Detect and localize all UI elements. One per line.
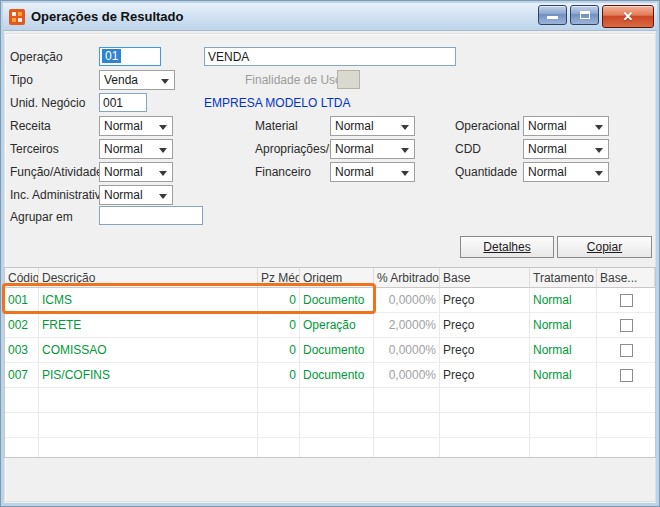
operacao-label: Operação	[10, 49, 63, 65]
column-header-pz-medio[interactable]: Pz Médio	[258, 268, 300, 287]
funcao-atividade-label: Função/Atividade	[10, 164, 103, 180]
material-value: Normal	[335, 119, 374, 133]
cell-empty	[530, 413, 597, 437]
cell-empty	[374, 438, 440, 458]
column-header-tratamento[interactable]: Tratamento	[530, 268, 597, 287]
cell-base-checkbox	[597, 288, 655, 312]
cell-base: Preço	[440, 313, 530, 337]
material-select[interactable]: Normal	[330, 116, 415, 136]
chevron-down-icon	[401, 148, 409, 153]
dialog-window: Operações de Resultado ✕ Operação 01 Tip…	[0, 0, 660, 507]
receita-select[interactable]: Normal	[99, 116, 173, 136]
chevron-down-icon	[161, 79, 169, 84]
window-title: Operações de Resultado	[31, 9, 183, 24]
column-header-base[interactable]: Base	[440, 268, 530, 287]
cell-origem: Documento	[300, 363, 374, 387]
cell-origem: Documento	[300, 338, 374, 362]
cell-codigo: 003	[5, 338, 39, 362]
financeiro-select[interactable]: Normal	[330, 162, 415, 182]
quantidade-select[interactable]: Normal	[523, 162, 609, 182]
caption-buttons: ✕	[538, 5, 654, 28]
cell-arbitrado: 0,0000%	[374, 338, 440, 362]
table-row[interactable]: 002FRETE0Operação2,0000%PreçoNormal	[5, 313, 655, 338]
cell-base-checkbox	[597, 313, 655, 337]
cell-tratamento: Normal	[530, 363, 597, 387]
cell-empty	[5, 413, 39, 437]
cell-descricao: ICMS	[39, 288, 258, 312]
terceiros-value: Normal	[104, 142, 143, 156]
minimize-button[interactable]	[538, 5, 567, 25]
cell-base-checkbox	[597, 363, 655, 387]
cell-codigo: 002	[5, 313, 39, 337]
cell-empty	[597, 438, 655, 458]
maximize-button[interactable]	[570, 5, 599, 25]
cell-empty	[258, 388, 300, 412]
chevron-down-icon	[159, 148, 167, 153]
base-checkbox[interactable]	[620, 344, 633, 357]
app-icon	[9, 9, 25, 25]
close-button[interactable]: ✕	[602, 5, 654, 28]
agrupar-em-input[interactable]	[99, 206, 203, 225]
agrupar-em-label: Agrupar em	[10, 209, 73, 225]
cell-origem: Documento	[300, 288, 374, 312]
cell-codigo: 007	[5, 363, 39, 387]
operacional-select[interactable]: Normal	[523, 116, 609, 136]
grid-header-row: Código Descrição Pz Médio Origem % Arbit…	[5, 268, 655, 288]
cell-tratamento: Normal	[530, 313, 597, 337]
cell-descricao: COMISSAO	[39, 338, 258, 362]
cell-empty	[300, 438, 374, 458]
operacao-name-input[interactable]	[204, 47, 456, 66]
table-row[interactable]: 007PIS/COFINS0Documento0,0000%PreçoNorma…	[5, 363, 655, 388]
funcao-atividade-select[interactable]: Normal	[99, 162, 173, 182]
empresa-label: EMPRESA MODELO LTDA	[204, 95, 350, 111]
cell-empty	[39, 438, 258, 458]
operacao-code-input[interactable]: 01	[99, 47, 161, 66]
column-header-codigo[interactable]: Código	[5, 268, 39, 287]
column-header-origem[interactable]: Origem	[300, 268, 374, 287]
copiar-button[interactable]: Copiar	[557, 236, 652, 258]
maximize-icon	[580, 11, 590, 19]
cell-empty	[374, 413, 440, 437]
cdd-select[interactable]: Normal	[523, 139, 609, 159]
detalhes-button[interactable]: Detalhes	[460, 236, 554, 258]
cell-empty	[374, 388, 440, 412]
title-bar[interactable]: Operações de Resultado ✕	[3, 3, 657, 31]
base-checkbox[interactable]	[620, 369, 633, 382]
chevron-down-icon	[595, 125, 603, 130]
base-checkbox[interactable]	[620, 319, 633, 332]
base-checkbox[interactable]	[620, 294, 633, 307]
tipo-select[interactable]: Venda	[99, 70, 175, 90]
column-header-base-check[interactable]: Base...	[597, 268, 655, 287]
cell-arbitrado: 0,0000%	[374, 288, 440, 312]
cell-empty	[300, 388, 374, 412]
table-row[interactable]: 003COMISSAO0Documento0,0000%PreçoNormal	[5, 338, 655, 363]
chevron-down-icon	[159, 171, 167, 176]
cell-base: Preço	[440, 338, 530, 362]
cell-empty	[597, 388, 655, 412]
cell-empty	[258, 413, 300, 437]
minimize-icon	[547, 16, 558, 19]
cell-empty	[39, 388, 258, 412]
inc-administrativa-select[interactable]: Normal	[99, 185, 173, 205]
cell-empty	[300, 413, 374, 437]
column-header-descricao[interactable]: Descrição	[39, 268, 258, 287]
cell-descricao: PIS/COFINS	[39, 363, 258, 387]
cell-arbitrado: 2,0000%	[374, 313, 440, 337]
cell-pz_medio: 0	[258, 313, 300, 337]
tipo-value: Venda	[104, 73, 138, 87]
table-row-empty	[5, 438, 655, 458]
apropriacoes-select[interactable]: Normal	[330, 139, 415, 159]
cell-pz_medio: 0	[258, 288, 300, 312]
financeiro-label: Financeiro	[255, 164, 311, 180]
operacional-value: Normal	[528, 119, 567, 133]
cdd-value: Normal	[528, 142, 567, 156]
terceiros-select[interactable]: Normal	[99, 139, 173, 159]
cell-base-checkbox	[597, 338, 655, 362]
table-row[interactable]: 001ICMS0Documento0,0000%PreçoNormal	[5, 288, 655, 313]
detalhes-button-label: Detalhes	[483, 240, 530, 254]
column-header-arbitrado[interactable]: % Arbitrado	[374, 268, 440, 287]
cell-tratamento: Normal	[530, 288, 597, 312]
apropriacoes-value: Normal	[335, 142, 374, 156]
unid-negocio-input[interactable]	[99, 93, 147, 112]
grid-body: 001ICMS0Documento0,0000%PreçoNormal002FR…	[5, 288, 655, 458]
